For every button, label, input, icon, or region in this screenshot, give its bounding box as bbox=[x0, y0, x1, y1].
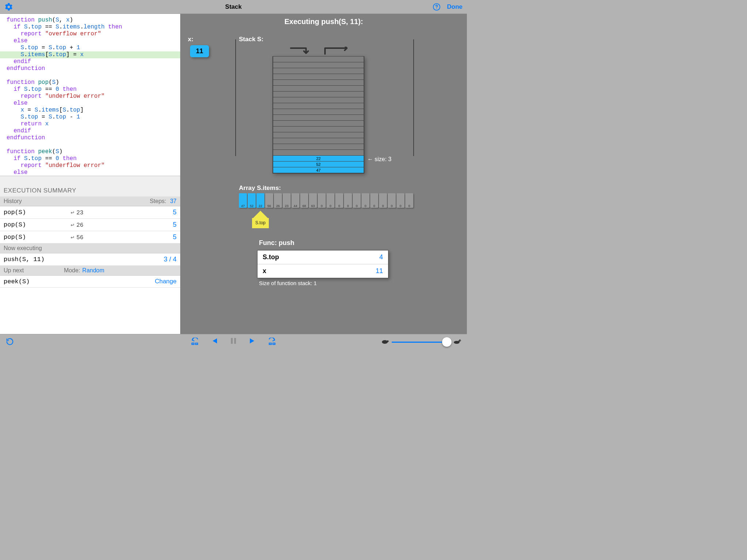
code-line: else bbox=[0, 100, 180, 107]
settings-icon[interactable] bbox=[4, 3, 13, 11]
up-next-row: peek(S) Change bbox=[0, 276, 180, 288]
array-cell: 47 bbox=[239, 193, 247, 208]
stack-slot bbox=[273, 85, 364, 91]
code-line bbox=[0, 72, 180, 79]
array-cell: 0 bbox=[379, 193, 387, 208]
step-over-icon[interactable] bbox=[268, 338, 276, 347]
divider-right bbox=[413, 39, 414, 156]
size-label: ←size: 3 bbox=[367, 156, 391, 163]
stack-slot: 52 bbox=[273, 161, 364, 167]
history-label: History bbox=[4, 198, 22, 205]
array-cell: 22 bbox=[256, 193, 264, 208]
arrow-left-icon: ← bbox=[367, 156, 373, 162]
stack-slot bbox=[273, 126, 364, 132]
steps-label: Steps: bbox=[150, 198, 166, 204]
push-arrow-icon bbox=[290, 47, 312, 56]
stack-slot bbox=[273, 74, 364, 79]
svg-rect-7 bbox=[273, 343, 275, 345]
stack-slot: 47 bbox=[273, 167, 364, 173]
stack-slot bbox=[273, 56, 364, 62]
stack-slot bbox=[273, 103, 364, 109]
stack-slot bbox=[273, 109, 364, 114]
array-cell: 0 bbox=[344, 193, 352, 208]
code-line: return x bbox=[0, 121, 180, 128]
code-line: function push(S, x) bbox=[0, 17, 180, 24]
help-icon[interactable] bbox=[433, 3, 441, 11]
code-line: S.items[S.top] = x bbox=[0, 51, 180, 58]
summary-title: EXECUTION SUMMARY bbox=[0, 176, 180, 197]
code-line: S.top = S.top - 1 bbox=[0, 114, 180, 121]
executing-title: Executing push(S, 11): bbox=[181, 14, 467, 26]
step-forward-icon[interactable] bbox=[249, 338, 255, 347]
array-cell: 0 bbox=[396, 193, 405, 208]
array-label: Array S.items: bbox=[239, 184, 281, 192]
array-cell: 0 bbox=[326, 193, 334, 208]
pop-arrow-icon bbox=[323, 47, 351, 56]
steps-value: 37 bbox=[170, 198, 177, 204]
array-cell: 52 bbox=[248, 193, 256, 208]
code-line: function peek(S) bbox=[0, 148, 180, 155]
svg-rect-4 bbox=[231, 338, 233, 344]
code-line: x = S.items[S.top] bbox=[0, 107, 180, 114]
change-button[interactable]: Change bbox=[155, 278, 177, 285]
code-line: endif bbox=[0, 128, 180, 135]
main-split: function push(S, x) if S.top == S.items.… bbox=[0, 14, 467, 334]
array-cell: 0 bbox=[318, 193, 326, 208]
stack-slot bbox=[273, 79, 364, 85]
array-cell: 0 bbox=[335, 193, 343, 208]
code-line: report "overflow error" bbox=[0, 31, 180, 38]
history-row: pop(S)↩265 bbox=[0, 219, 180, 231]
stack-slot bbox=[273, 120, 364, 126]
code-line bbox=[0, 141, 180, 148]
code-line: if S.top == S.items.length then bbox=[0, 24, 180, 31]
array-cell: 0 bbox=[353, 193, 361, 208]
array-cell: 0 bbox=[405, 193, 413, 208]
array-row: 47522256262344686300000000000 bbox=[239, 193, 413, 208]
svg-rect-5 bbox=[234, 338, 236, 344]
code-line: function pop(S) bbox=[0, 79, 180, 86]
page-title: Stack bbox=[0, 3, 467, 11]
func-label: Func: push bbox=[259, 239, 294, 247]
code-line: endfunction bbox=[0, 65, 180, 72]
code-listing: function push(S, x) if S.top == S.items.… bbox=[0, 14, 180, 176]
stack-slot bbox=[273, 68, 364, 74]
history-row: pop(S)↩565 bbox=[0, 231, 180, 244]
array-cell: 63 bbox=[309, 193, 317, 208]
pause-icon[interactable] bbox=[231, 338, 236, 347]
bottom-bar bbox=[0, 334, 467, 350]
mode-value[interactable]: Random bbox=[82, 267, 104, 274]
stack-slot bbox=[273, 97, 364, 103]
array-cell: 44 bbox=[291, 193, 299, 208]
top-bar: Stack Done bbox=[0, 0, 467, 14]
code-line: else bbox=[0, 38, 180, 44]
code-line: else bbox=[0, 169, 180, 176]
stack-slot bbox=[273, 149, 364, 155]
svg-point-1 bbox=[436, 8, 437, 9]
code-line: if S.top == 0 then bbox=[0, 155, 180, 162]
array-cell: 0 bbox=[370, 193, 378, 208]
array-cell: 0 bbox=[361, 193, 369, 208]
visualization-pane: Executing push(S, 11): x: 11 Stack S: 22… bbox=[181, 14, 467, 334]
code-line: endfunction bbox=[0, 135, 180, 141]
step-back-over-icon[interactable] bbox=[190, 338, 199, 347]
x-label: x: bbox=[188, 36, 193, 43]
step-back-icon[interactable] bbox=[212, 338, 218, 347]
svg-rect-6 bbox=[269, 343, 271, 345]
code-line: report "underflow error" bbox=[0, 93, 180, 100]
stop-pointer: S.top bbox=[252, 211, 269, 228]
stack-container: 225247 bbox=[272, 56, 364, 174]
stack-slot: 22 bbox=[273, 155, 364, 161]
code-line: S.top = S.top + 1 bbox=[0, 44, 180, 51]
stack-slot bbox=[273, 132, 364, 138]
func-row: S.top4 bbox=[258, 250, 388, 264]
now-executing-row: push(S, 11) 3 / 4 bbox=[0, 253, 180, 266]
array-cell: 56 bbox=[265, 193, 273, 208]
done-button[interactable]: Done bbox=[447, 3, 463, 11]
stack-slot bbox=[273, 144, 364, 149]
func-row: x11 bbox=[258, 264, 388, 278]
speed-slider[interactable] bbox=[392, 342, 450, 343]
speed-slider-thumb[interactable] bbox=[442, 337, 452, 347]
divider-left bbox=[235, 39, 236, 156]
history-row: pop(S)↩235 bbox=[0, 206, 180, 219]
code-line: endif bbox=[0, 58, 180, 65]
